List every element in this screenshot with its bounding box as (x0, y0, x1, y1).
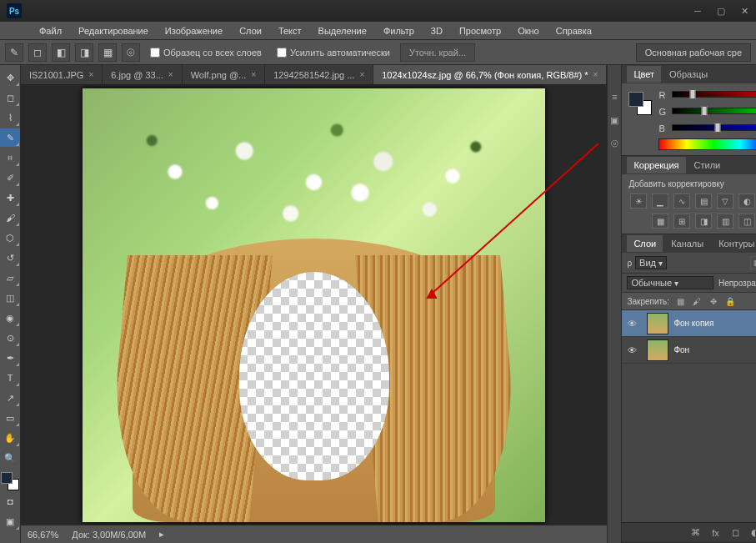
adj-threshold-icon[interactable]: ◫ (738, 214, 755, 229)
menu-3d[interactable]: 3D (423, 23, 450, 38)
adj-invert-icon[interactable]: ◨ (695, 214, 712, 229)
refine-edge-button[interactable]: Уточн. край... (400, 43, 475, 62)
tab-1[interactable]: 6.jpg @ 33...× (103, 65, 182, 84)
selection-sub-icon[interactable]: ◨ (75, 43, 93, 62)
hand-tool[interactable]: ✋ (0, 429, 20, 447)
history-brush-tool[interactable]: ↺ (0, 249, 20, 267)
tab-0[interactable]: IS21001.JPG× (21, 65, 103, 84)
menu-edit[interactable]: Редактирование (71, 23, 156, 38)
gradient-tool[interactable]: ◫ (0, 289, 20, 307)
visibility-icon[interactable]: 👁 (622, 345, 642, 355)
eyedropper-tool[interactable]: ✐ (0, 168, 20, 187)
adj-curves-icon[interactable]: ∿ (673, 194, 690, 209)
zoom-level[interactable]: 66,67% (28, 530, 58, 540)
layer-name[interactable]: Фон копия (673, 319, 756, 328)
tab-3[interactable]: 12942581542.jpg ...× (265, 65, 373, 84)
menu-file[interactable]: Файл (32, 23, 69, 38)
close-button[interactable]: ✕ (733, 3, 756, 19)
lock-all-icon[interactable]: 🔒 (724, 295, 736, 307)
adj-layer-icon[interactable]: ◐ (748, 526, 756, 540)
quick-select-tool[interactable]: ✎ (0, 128, 20, 147)
eraser-tool[interactable]: ▱ (0, 269, 20, 287)
menu-window[interactable]: Окно (510, 23, 547, 38)
adj-hue-icon[interactable]: ◐ (738, 194, 755, 209)
layer-thumbnail[interactable] (647, 313, 668, 334)
menu-view[interactable]: Просмотр (452, 23, 508, 38)
blend-mode-select[interactable]: Обычные ▾ (627, 276, 713, 289)
layer-thumbnail[interactable] (647, 339, 668, 361)
tab-adjustments[interactable]: Коррекция (627, 157, 685, 173)
screenmode-tool[interactable]: ▣ (0, 512, 20, 530)
filter-kind-select[interactable]: Вид ▾ (635, 256, 667, 269)
type-tool[interactable]: T (0, 369, 20, 387)
adj-mixer-icon[interactable]: ▦ (652, 214, 668, 229)
brush-icon[interactable]: ⦾ (608, 137, 621, 150)
tab-layers[interactable]: Слои (627, 235, 663, 252)
menu-filter[interactable]: Фильтр (376, 23, 422, 38)
dodge-tool[interactable]: ⊙ (0, 329, 20, 347)
minimize-button[interactable]: ─ (686, 3, 709, 19)
lock-pos-icon[interactable]: ✥ (708, 295, 719, 307)
adj-posterize-icon[interactable]: ▥ (717, 214, 733, 229)
actions-icon[interactable]: ▣ (608, 113, 621, 127)
tab-4[interactable]: 1024x1024sz.jpg @ 66,7% (Фон копия, RGB/… (373, 65, 607, 84)
brush-tool[interactable]: 🖌 (0, 209, 20, 227)
blur-tool[interactable]: ◉ (0, 309, 20, 327)
zoom-tool[interactable]: 🔍 (0, 449, 20, 467)
b-slider[interactable] (672, 124, 756, 133)
stamp-tool[interactable]: ⬡ (0, 229, 20, 247)
shape-tool[interactable]: ▭ (0, 409, 20, 427)
panel-color-swatch[interactable] (628, 92, 652, 115)
color-swatches[interactable] (1, 472, 19, 490)
selection-add-icon[interactable]: ◧ (52, 43, 70, 62)
pen-tool[interactable]: ✒ (0, 349, 20, 367)
sample-all-checkbox[interactable]: Образец со всех слоев (145, 48, 267, 58)
close-icon[interactable]: × (593, 70, 598, 79)
adj-brightness-icon[interactable]: ☀ (630, 194, 647, 209)
move-tool[interactable]: ✥ (0, 68, 20, 87)
workspace-switcher[interactable]: Основная рабочая сре (636, 43, 751, 62)
adj-vibrance-icon[interactable]: ▽ (717, 194, 733, 209)
lasso-tool[interactable]: ⌇ (0, 108, 20, 127)
path-tool[interactable]: ↗ (0, 389, 20, 407)
maximize-button[interactable]: ▢ (709, 3, 733, 19)
menu-select[interactable]: Выделение (311, 23, 374, 38)
tab-color[interactable]: Цвет (627, 66, 661, 83)
spectrum-bar[interactable] (658, 138, 756, 150)
menu-layers[interactable]: Слои (232, 23, 269, 38)
marquee-tool[interactable]: ◻ (0, 88, 20, 107)
menu-help[interactable]: Справка (548, 23, 599, 38)
mask-icon[interactable]: ◻ (728, 526, 742, 540)
fx-icon[interactable]: fx (708, 526, 722, 540)
layer-row[interactable]: 👁 Фон копия (622, 310, 756, 337)
lock-trans-icon[interactable]: ▦ (674, 295, 686, 307)
adj-lookup-icon[interactable]: ⊞ (673, 214, 690, 229)
layer-row[interactable]: 👁 Фон 🔒 (622, 337, 756, 364)
visibility-icon[interactable]: 👁 (622, 319, 642, 329)
close-icon[interactable]: × (359, 70, 364, 79)
crop-tool[interactable]: ⌗ (0, 148, 20, 167)
selection-int-icon[interactable]: ▦ (98, 43, 117, 62)
close-icon[interactable]: × (168, 70, 173, 79)
g-slider[interactable] (672, 108, 756, 116)
tab-swatches[interactable]: Образцы (663, 66, 714, 83)
history-icon[interactable]: ≡ (608, 90, 621, 103)
menu-image[interactable]: Изображение (158, 23, 230, 38)
adj-levels-icon[interactable]: ▁ (652, 194, 668, 209)
adj-exposure-icon[interactable]: ▤ (695, 194, 712, 209)
link-icon[interactable]: ⌘ (688, 526, 702, 540)
tab-2[interactable]: Wolf.png @...× (183, 65, 265, 84)
r-slider[interactable] (672, 91, 756, 99)
menu-text[interactable]: Текст (271, 23, 309, 38)
auto-enhance-checkbox[interactable]: Усилить автоматически (272, 48, 395, 58)
filter-pixel-icon[interactable]: ▦ (750, 256, 756, 269)
layer-name[interactable]: Фон (673, 345, 756, 354)
quickmask-tool[interactable]: ◘ (0, 492, 20, 510)
brush-size-icon[interactable]: ⦾ (122, 43, 140, 62)
selection-new-icon[interactable]: ◻ (28, 43, 47, 62)
tab-styles[interactable]: Стили (688, 157, 728, 173)
tab-paths[interactable]: Контуры (712, 235, 756, 252)
close-icon[interactable]: × (251, 70, 256, 79)
close-icon[interactable]: × (88, 70, 93, 79)
status-chevron-icon[interactable]: ▸ (159, 529, 164, 540)
